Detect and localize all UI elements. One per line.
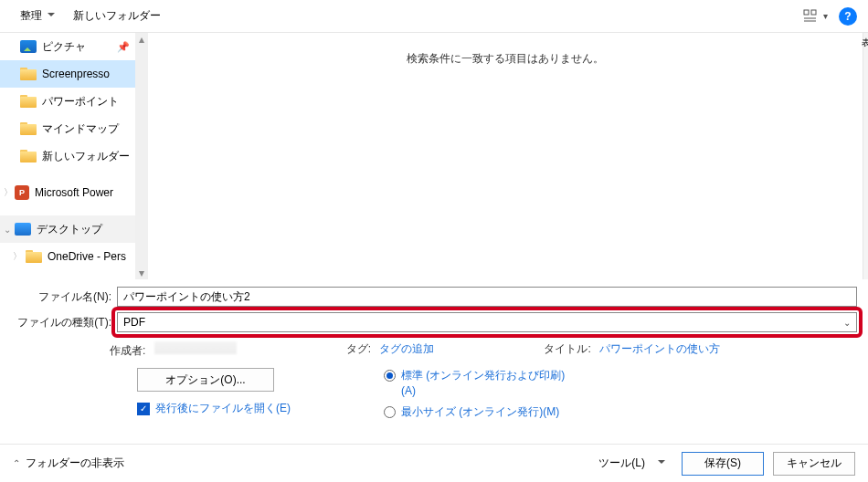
radio-minimum[interactable]: 最小サイズ (オンライン発行)(M) xyxy=(384,404,566,420)
sidebar-item-label: ピクチャ xyxy=(42,39,86,55)
checkbox-checked-icon: ✓ xyxy=(137,403,150,415)
cancel-button[interactable]: キャンセル xyxy=(773,452,855,476)
title-label: タイトル: xyxy=(544,342,590,355)
sidebar-item-label: マインドマップ xyxy=(42,121,119,137)
filename-input[interactable] xyxy=(117,287,857,307)
view-options-chevron-icon[interactable]: ▾ xyxy=(823,11,828,21)
svg-rect-1 xyxy=(811,10,816,15)
svg-rect-0 xyxy=(804,10,809,15)
save-button[interactable]: 保存(S) xyxy=(682,452,764,476)
filetype-value: PDF xyxy=(123,316,145,329)
radio-standard[interactable]: 標準 (オンライン発行および印刷)(A) xyxy=(384,368,566,399)
author-label: 作成者: xyxy=(110,344,145,357)
radio-minimum-label: 最小サイズ (オンライン発行)(M) xyxy=(401,404,559,420)
sidebar-item-screenpresso[interactable]: Screenpresso xyxy=(0,60,135,88)
folder-icon xyxy=(20,150,37,162)
filetype-label: ファイルの種類(T): xyxy=(11,315,111,330)
sidebar: ピクチャ 📌 Screenpresso パワーポイント マインドマップ 新しいフ… xyxy=(0,33,135,279)
pin-icon: 📌 xyxy=(117,41,130,53)
pictures-icon xyxy=(20,40,37,53)
sidebar-item-microsoft-power[interactable]: 〉 P Microsoft Power xyxy=(0,179,135,206)
tools-button[interactable]: ツール(L) xyxy=(591,452,672,475)
folder-icon xyxy=(20,122,37,135)
view-options-icon[interactable] xyxy=(801,7,820,26)
sidebar-item-onedrive[interactable]: 〉 OneDrive - Pers xyxy=(0,243,135,270)
filename-label: ファイル名(N): xyxy=(11,289,111,305)
options-button[interactable]: オプション(O)... xyxy=(137,368,274,392)
sidebar-item-label: OneDrive - Pers xyxy=(48,250,126,263)
sidebar-item-new-folder[interactable]: 新しいフォルダー xyxy=(0,142,135,170)
sidebar-item-mindmap[interactable]: マインドマップ xyxy=(0,115,135,142)
organize-button[interactable]: 整理 xyxy=(11,5,64,27)
radio-standard-label: 標準 (オンライン発行および印刷)(A) xyxy=(401,368,566,399)
scroll-down-icon[interactable]: ▾ xyxy=(135,267,148,279)
chevron-right-icon[interactable]: 〉 xyxy=(4,186,13,199)
empty-message: 検索条件に一致する項目はありません。 xyxy=(407,52,604,65)
sidebar-item-powerpoint-folder[interactable]: パワーポイント xyxy=(0,88,135,115)
meta-title: タイトル: パワーポイントの使い方 xyxy=(544,341,720,359)
folder-icon xyxy=(20,68,37,80)
sidebar-item-label: デスクトップ xyxy=(37,222,102,237)
filetype-select[interactable]: PDF ⌄ xyxy=(117,312,857,332)
radio-on-icon xyxy=(384,370,396,382)
folder-icon xyxy=(20,95,37,108)
scroll-up-icon[interactable]: ▴ xyxy=(135,33,148,46)
sidebar-item-label: パワーポイント xyxy=(42,94,119,110)
desktop-icon xyxy=(15,223,31,236)
chevron-up-icon: ⌃ xyxy=(13,458,20,468)
author-value-blurred xyxy=(154,341,237,354)
folder-icon xyxy=(26,250,42,263)
tag-add-link[interactable]: タグの追加 xyxy=(379,342,434,355)
meta-tag: タグ: タグの追加 xyxy=(346,341,435,359)
sidebar-scrollbar[interactable]: ▴ ▾ xyxy=(135,33,148,279)
help-icon[interactable]: ? xyxy=(839,7,857,26)
chevron-down-icon[interactable]: ⌄ xyxy=(4,225,11,235)
sidebar-item-pictures[interactable]: ピクチャ 📌 xyxy=(0,33,135,60)
content-area: 検索条件に一致する項目はありません。 xyxy=(148,33,863,279)
tag-label: タグ: xyxy=(346,342,371,355)
new-folder-button[interactable]: 新しいフォルダー xyxy=(64,5,170,27)
sidebar-item-label: Screenpresso xyxy=(42,68,110,80)
open-after-checkbox[interactable]: ✓ 発行後にファイルを開く(E) xyxy=(137,401,356,416)
hide-folders-label: フォルダーの非表示 xyxy=(26,456,124,471)
meta-author: 作成者: xyxy=(110,341,237,359)
chevron-right-icon[interactable]: 〉 xyxy=(13,250,22,263)
sidebar-item-label: Microsoft Power xyxy=(35,186,113,199)
open-after-label: 発行後にファイルを開く(E) xyxy=(155,401,291,416)
radio-off-icon xyxy=(384,406,396,418)
right-edge-strip: 表 xyxy=(863,33,868,279)
hide-folders-toggle[interactable]: ⌃ フォルダーの非表示 xyxy=(13,456,124,471)
chevron-down-icon: ⌄ xyxy=(843,318,851,328)
sidebar-item-desktop[interactable]: ⌄ デスクトップ xyxy=(0,215,135,243)
powerpoint-icon: P xyxy=(15,185,29,200)
sidebar-item-label: 新しいフォルダー xyxy=(42,149,130,164)
title-value[interactable]: パワーポイントの使い方 xyxy=(599,342,720,355)
